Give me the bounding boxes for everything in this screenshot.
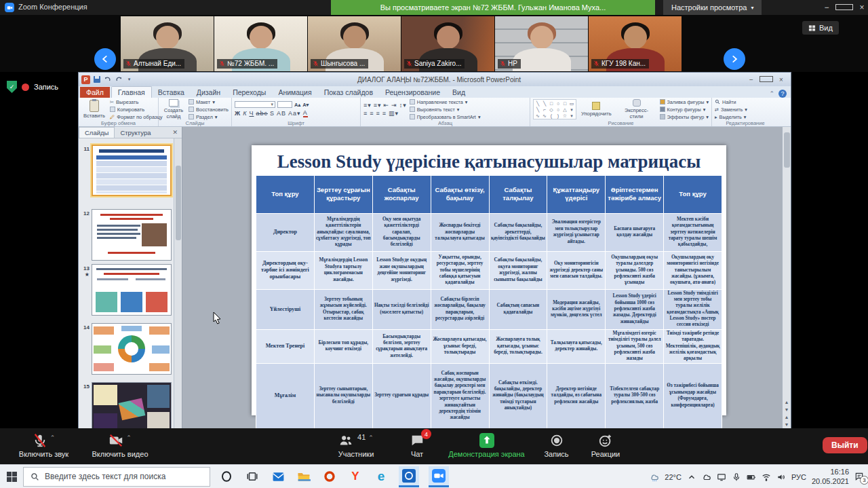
justify-button[interactable]: ≡ xyxy=(382,110,387,117)
shape-fill-button[interactable]: Заливка фигуры ▾ xyxy=(660,99,709,105)
slide-thumbnail-12[interactable]: 12 xyxy=(80,209,172,261)
battery-icon[interactable] xyxy=(747,472,756,482)
font-size-select[interactable] xyxy=(277,101,292,108)
line-spacing-button[interactable]: ↕▾ xyxy=(399,102,407,109)
yandex-icon[interactable]: Y xyxy=(347,468,363,485)
align-left-button[interactable]: ≡ xyxy=(363,110,368,117)
bullets-button[interactable]: ≡▾ xyxy=(363,102,372,109)
task-view-icon[interactable] xyxy=(244,468,260,485)
onedrive-icon[interactable] xyxy=(702,472,711,482)
layout-button[interactable]: Макет ▾ xyxy=(189,99,229,105)
panel-scrollbar[interactable] xyxy=(174,138,182,428)
action-center-icon[interactable]: 3 xyxy=(854,472,864,483)
next-participants-button[interactable] xyxy=(724,48,745,70)
shapes-gallery[interactable]: ╲╲□○□▭╲⌐◇○△▾∿∿()☆▾ xyxy=(533,99,576,119)
arrange-button[interactable]: Упорядочить xyxy=(579,99,614,119)
active-app-icon[interactable] xyxy=(399,466,419,487)
save-button[interactable] xyxy=(92,75,101,84)
qat-dropdown-icon[interactable]: ▾ xyxy=(125,75,134,84)
participant-tile[interactable]: Шынгысова ... xyxy=(308,16,401,71)
close-button[interactable]: × xyxy=(853,3,868,12)
shrink-font-button[interactable]: А▾ xyxy=(302,102,309,108)
view-button[interactable]: Вид xyxy=(802,21,839,35)
start-button[interactable] xyxy=(0,472,23,482)
participant-tile[interactable]: №72 ЖББМ. ... xyxy=(214,16,307,71)
find-button[interactable]: Найти xyxy=(715,99,747,105)
ppt-tab-file[interactable]: Файл xyxy=(80,87,110,98)
italic-button[interactable]: К xyxy=(243,110,247,117)
audio-options-chevron[interactable]: ⌃ xyxy=(50,434,56,441)
weather-icon[interactable] xyxy=(650,472,659,482)
share-screen-button[interactable]: Демонстрация экрана xyxy=(441,433,532,458)
maximize-button[interactable] xyxy=(835,3,853,12)
chat-button[interactable]: 4 Чат xyxy=(400,433,434,458)
panel-tab-outline[interactable]: Структура xyxy=(115,128,156,138)
participant-tile[interactable]: КГУ 198 Кан... xyxy=(589,16,682,71)
grow-font-button[interactable]: А▴ xyxy=(294,102,300,108)
participants-button[interactable]: 41⌃ Участники xyxy=(326,433,387,458)
underline-button[interactable]: Ч xyxy=(249,110,254,117)
previous-participants-button[interactable] xyxy=(94,48,116,70)
volume-icon[interactable] xyxy=(776,472,786,482)
cut-button[interactable]: ✂Вырезать xyxy=(110,99,163,105)
text-shadow-button[interactable]: S xyxy=(270,110,275,117)
ppt-tab-5[interactable]: Анимация xyxy=(272,87,317,98)
quick-styles-button[interactable]: Экспресс-стили xyxy=(616,99,657,119)
unmute-button[interactable]: ⌃ Включить звук xyxy=(8,433,79,458)
ppt-minimize-button[interactable]: − xyxy=(745,76,758,83)
character-spacing-button[interactable]: АВ xyxy=(277,110,286,117)
office-icon[interactable] xyxy=(321,468,338,485)
leave-button[interactable]: Выйти xyxy=(823,437,867,453)
panel-close-icon[interactable]: ✕ xyxy=(172,129,182,136)
copy-button[interactable]: Копировать xyxy=(110,107,163,113)
wifi-icon[interactable] xyxy=(762,472,771,482)
edge-icon[interactable]: e xyxy=(373,468,389,485)
align-center-button[interactable]: ≡ xyxy=(370,110,374,117)
shape-outline-button[interactable]: Контур фигуры ▾ xyxy=(660,107,709,113)
display-icon[interactable] xyxy=(717,472,726,482)
minimize-button[interactable]: − xyxy=(818,3,835,12)
change-case-button[interactable]: Аа▾ xyxy=(288,110,301,117)
ppt-tab-6[interactable]: Показ слайдов xyxy=(318,87,379,98)
language-indicator[interactable]: РУС xyxy=(791,473,806,481)
ppt-tab-4[interactable]: Переходы xyxy=(226,87,272,98)
numbering-button[interactable]: ≡▾ xyxy=(374,102,382,109)
mail-icon[interactable] xyxy=(270,468,286,485)
slide-thumbnail-11[interactable]: 11 xyxy=(80,145,172,196)
text-direction-button[interactable]: Направление текста ▾ xyxy=(410,99,481,105)
redo-button[interactable] xyxy=(114,75,123,84)
taskbar-search[interactable]: Введите здесь текст для поиска xyxy=(23,467,210,487)
ppt-tab-3[interactable]: Дизайн xyxy=(191,87,226,98)
indent-increase-button[interactable]: ⇥ xyxy=(391,102,397,109)
slide-thumbnail-15[interactable]: 15 xyxy=(80,382,172,428)
columns-button[interactable]: ▥▾ xyxy=(389,110,399,117)
shape-effects-button[interactable]: Эффекты фигур ▾ xyxy=(660,114,709,120)
panel-tab-slides[interactable]: Слайды xyxy=(79,127,115,138)
zoom-taskbar-icon[interactable] xyxy=(429,466,449,487)
align-right-button[interactable]: ≡ xyxy=(376,110,380,117)
bold-button[interactable]: Ж xyxy=(235,110,241,117)
show-hidden-icons-chevron[interactable] xyxy=(687,472,696,482)
ppt-tab-2[interactable]: Вставка xyxy=(152,87,191,98)
slide-thumbnail-13[interactable]: 13★ xyxy=(80,264,172,316)
participant-tile[interactable]: Saniya Zakiro... xyxy=(401,16,494,71)
record-button[interactable]: Запись xyxy=(538,433,575,458)
font-color-button[interactable]: А xyxy=(303,109,308,117)
smartart-button[interactable]: Преобразовать в SmartArt ▾ xyxy=(410,114,481,120)
microphone-tray-icon[interactable] xyxy=(732,472,741,482)
start-video-button[interactable]: ⌃ Включить видео xyxy=(83,433,157,458)
participants-chevron[interactable]: ⌃ xyxy=(368,434,374,441)
clock[interactable]: 16:1620.05.2021 xyxy=(812,468,849,485)
slide-thumbnail-14[interactable]: 14 xyxy=(80,323,172,375)
slide-scrollbar[interactable]: ▲▼▲▼ xyxy=(782,127,791,428)
paste-button[interactable]: Вставить xyxy=(81,99,107,119)
indent-decrease-button[interactable]: ⇤ xyxy=(384,102,390,109)
reset-button[interactable]: Восстановить xyxy=(189,107,229,113)
align-text-button[interactable]: Выровнять текст ▾ xyxy=(410,107,481,113)
section-button[interactable]: Раздел ▾ xyxy=(189,114,229,120)
file-explorer-icon[interactable] xyxy=(296,468,312,485)
temperature-label[interactable]: 22°C xyxy=(665,473,682,481)
help-icon[interactable]: ? xyxy=(778,90,787,98)
ppt-tab-8[interactable]: Вид xyxy=(446,87,471,98)
strikethrough-button[interactable]: abc xyxy=(256,110,268,117)
